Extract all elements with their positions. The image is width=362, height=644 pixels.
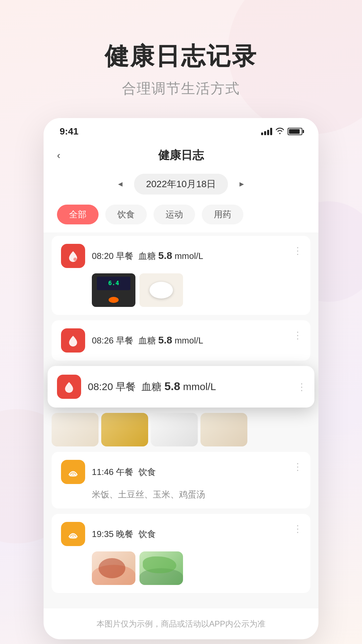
- food-icon-dinner: [61, 522, 85, 546]
- entry-meta-lunch: 11:46 午餐 饮食: [92, 467, 156, 477]
- disclaimer: 本图片仅为示例，商品或活动以APP内公示为准: [44, 608, 318, 639]
- back-button[interactable]: ‹: [57, 150, 60, 161]
- next-date-button[interactable]: ►: [235, 178, 249, 190]
- app-title: 健康日志: [158, 148, 204, 163]
- floating-entry-card: 08:20 早餐 血糖 5.8 mmol/L ⋮: [48, 366, 314, 408]
- wifi-icon: [276, 127, 284, 136]
- entry-header-lunch: 11:46 午餐 饮食 ⋮: [61, 460, 301, 484]
- food-icon-lunch: [61, 460, 85, 484]
- status-bar: 9:41: [44, 118, 318, 142]
- entry-card-lunch: 11:46 午餐 饮食 ⋮ 米饭、土豆丝、玉米、鸡蛋汤: [52, 452, 310, 508]
- food-image-rice: [52, 413, 99, 446]
- status-time: 9:41: [60, 126, 78, 137]
- status-icons: [261, 127, 302, 136]
- current-date[interactable]: 2022年10月18日: [134, 174, 228, 195]
- glucose-meter-image: 6.4: [92, 273, 135, 307]
- food-image-bowl: [151, 413, 198, 446]
- entry-header-2: 08:26 早餐 血糖 5.8 mmol/L ⋮: [61, 328, 301, 353]
- filter-tab-medicine[interactable]: 用药: [202, 205, 243, 224]
- svg-point-0: [73, 258, 77, 261]
- floating-entry-info: 08:20 早餐 血糖 5.8 mmol/L: [88, 380, 305, 394]
- more-menu-dinner[interactable]: ⋮: [293, 523, 302, 534]
- filter-tab-all[interactable]: 全部: [57, 205, 99, 224]
- filter-tab-exercise[interactable]: 运动: [154, 205, 195, 224]
- blood-icon-2: [61, 328, 85, 353]
- prev-date-button[interactable]: ◄: [113, 178, 127, 190]
- blood-icon-1: [61, 244, 85, 268]
- congee-image: [139, 273, 183, 307]
- entry-info-2: 08:26 早餐 血糖 5.8 mmol/L: [92, 334, 301, 346]
- more-menu-floating[interactable]: ⋮: [297, 381, 306, 392]
- entry-card-dinner: 19:35 晚餐 饮食 ⋮: [52, 514, 310, 593]
- food-image-noodle: [200, 413, 247, 446]
- dinner-image-meat: [92, 551, 135, 585]
- entry-images-1: 6.4: [92, 273, 301, 307]
- more-menu-lunch[interactable]: ⋮: [293, 461, 302, 472]
- food-image-soup: [101, 413, 148, 446]
- entry-info-dinner: 19:35 晚餐 饮食: [92, 528, 301, 540]
- more-images-row: [44, 413, 318, 452]
- svg-point-1: [69, 474, 77, 477]
- entry-card-1: 08:20 早餐 血糖 5.8 mmol/L ⋮ 6.4: [52, 236, 310, 315]
- more-menu-1[interactable]: ⋮: [293, 245, 302, 256]
- content-area: 08:20 早餐 血糖 5.8 mmol/L ⋮ 6.4: [44, 232, 318, 608]
- entry-header-dinner: 19:35 晚餐 饮食 ⋮: [61, 522, 301, 546]
- svg-point-2: [69, 536, 77, 539]
- entry-meta-2: 08:26 早餐 血糖 5.8 mmol/L: [92, 335, 203, 345]
- filter-tab-diet[interactable]: 饮食: [105, 205, 147, 224]
- filter-tabs: 全部 饮食 运动 用药: [44, 201, 318, 232]
- phone-mockup: 9:41: [44, 118, 318, 639]
- entry-meta-dinner: 19:35 晚餐 饮食: [92, 529, 156, 539]
- app-header: ‹ 健康日志: [44, 142, 318, 170]
- hero-subtitle: 合理调节生活方式: [122, 79, 240, 98]
- entry-meta-1: 08:20 早餐 血糖 5.8 mmol/L: [92, 251, 203, 261]
- entry-header-1: 08:20 早餐 血糖 5.8 mmol/L ⋮: [61, 244, 301, 268]
- lunch-desc: 米饭、土豆丝、玉米、鸡蛋汤: [92, 489, 301, 500]
- floating-entry-meta: 08:20 早餐 血糖 5.8 mmol/L: [88, 381, 216, 392]
- battery-icon: [288, 128, 302, 135]
- blood-icon-floating: [57, 375, 81, 399]
- more-menu-2[interactable]: ⋮: [293, 330, 302, 341]
- dinner-images: [92, 551, 301, 585]
- entry-info-1: 08:20 早餐 血糖 5.8 mmol/L: [92, 250, 301, 262]
- entry-card-2: 08:26 早餐 血糖 5.8 mmol/L ⋮: [52, 320, 310, 361]
- signal-icon: [261, 128, 272, 135]
- dinner-image-fish: [139, 551, 183, 585]
- entry-info-lunch: 11:46 午餐 饮食: [92, 466, 301, 478]
- date-selector: ◄ 2022年10月18日 ►: [44, 170, 318, 201]
- hero-title: 健康日志记录: [105, 40, 257, 72]
